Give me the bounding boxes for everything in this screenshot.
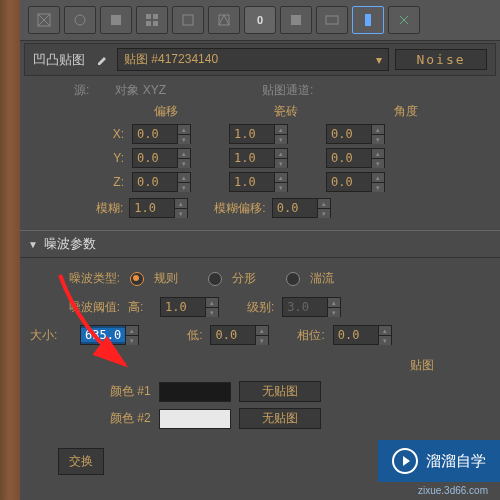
color1-label: 颜色 #1: [110, 383, 151, 400]
size-row: 大小: 635.0▴▾ 低: 0.0▴▾ 相位: 0.0▴▾: [30, 321, 490, 349]
color1-swatch[interactable]: [159, 382, 231, 402]
watermark-url: zixue.3d66.com: [418, 485, 488, 496]
source-value: 对象 XYZ: [115, 82, 166, 99]
svg-point-1: [75, 15, 85, 25]
noise-type-label: 噪波类型:: [30, 270, 120, 287]
threshold-high-row: 噪波阈值: 高: 1.0▴▾ 级别: 3.0▴▾: [30, 293, 490, 321]
noise-type-button[interactable]: Noise: [395, 49, 487, 70]
toolbar-btn-1[interactable]: [28, 6, 60, 34]
x-offset-spinner[interactable]: 0.0▴▾: [132, 124, 191, 144]
coord-row-y: Y: 0.0▴▾ 1.0▴▾ 0.0▴▾: [26, 146, 494, 170]
axis-z: Z:: [106, 175, 124, 189]
rollout-title: 凹凸贴图: [33, 51, 85, 69]
svg-rect-7: [183, 15, 193, 25]
high-spinner[interactable]: 1.0▴▾: [160, 297, 219, 317]
toolbar-btn-5[interactable]: [172, 6, 204, 34]
high-label: 高:: [128, 299, 152, 316]
color2-swatch[interactable]: [159, 409, 231, 429]
toolbar-btn-7[interactable]: [280, 6, 312, 34]
phase-spinner[interactable]: 0.0▴▾: [333, 325, 392, 345]
coords-headers: 偏移 瓷砖 角度: [26, 101, 494, 122]
blur-spinner[interactable]: 1.0▴▾: [129, 198, 188, 218]
toolbar-num[interactable]: 0: [244, 6, 276, 34]
coords-section: 源: 对象 XYZ 贴图通道: 偏移 瓷砖 角度 X: 0.0▴▾ 1.0▴▾ …: [26, 80, 494, 222]
toolbar-btn-9[interactable]: [352, 6, 384, 34]
noise-type-row: 噪波类型: 规则 分形 湍流: [30, 264, 490, 293]
blur-row: 模糊: 1.0▴▾ 模糊偏移: 0.0▴▾: [26, 194, 494, 222]
z-tile-spinner[interactable]: 1.0▴▾: [229, 172, 288, 192]
color2-map-button[interactable]: 无贴图: [239, 408, 321, 429]
svg-rect-2: [111, 15, 121, 25]
size-spinner[interactable]: 635.0▴▾: [80, 325, 139, 345]
radio-turbulence[interactable]: [286, 272, 300, 286]
map-header: 凹凸贴图 贴图 #417234140 ▾ Noise: [24, 43, 496, 76]
color2-row: 颜色 #2 无贴图: [30, 405, 490, 432]
levels-spinner: 3.0▴▾: [282, 297, 341, 317]
toolbar-btn-6[interactable]: [208, 6, 240, 34]
eyedropper-icon[interactable]: [91, 50, 111, 70]
x-tile-spinner[interactable]: 1.0▴▾: [229, 124, 288, 144]
blur-label: 模糊:: [96, 200, 123, 217]
angle-header: 角度: [376, 103, 436, 120]
map-name: 贴图 #417234140: [124, 51, 218, 68]
radio-fractal[interactable]: [208, 272, 222, 286]
toolbar-btn-8[interactable]: [316, 6, 348, 34]
radio-regular-label: 规则: [154, 270, 178, 287]
z-angle-spinner[interactable]: 0.0▴▾: [326, 172, 385, 192]
color1-row: 颜色 #1 无贴图: [30, 378, 490, 405]
play-icon: [392, 448, 418, 474]
noise-params: 噪波类型: 规则 分形 湍流 噪波阈值: 高: 1.0▴▾ 级别: 3.0▴▾ …: [20, 258, 500, 438]
color2-label: 颜色 #2: [110, 410, 151, 427]
svg-rect-8: [291, 15, 301, 25]
y-angle-spinner[interactable]: 0.0▴▾: [326, 148, 385, 168]
toolbar-btn-10[interactable]: [388, 6, 420, 34]
noise-rollout-title: 噪波参数: [44, 235, 96, 253]
rollout-arrow-icon: ▼: [28, 239, 38, 250]
offset-header: 偏移: [136, 103, 196, 120]
z-offset-spinner[interactable]: 0.0▴▾: [132, 172, 191, 192]
dropdown-arrow-icon: ▾: [376, 53, 382, 67]
watermark: 溜溜自学: [378, 440, 500, 482]
levels-label: 级别:: [247, 299, 274, 316]
low-spinner[interactable]: 0.0▴▾: [210, 325, 269, 345]
radio-turbulence-label: 湍流: [310, 270, 334, 287]
source-label: 源:: [74, 82, 89, 99]
coord-row-z: Z: 0.0▴▾ 1.0▴▾ 0.0▴▾: [26, 170, 494, 194]
svg-rect-5: [146, 21, 151, 26]
color-map-section: 贴图 颜色 #1 无贴图 颜色 #2 无贴图: [30, 357, 490, 432]
svg-rect-3: [146, 14, 151, 19]
toolbar-btn-4[interactable]: [136, 6, 168, 34]
toolbar: 0: [20, 0, 500, 41]
axis-y: Y:: [106, 151, 124, 165]
channel-label: 贴图通道:: [262, 82, 313, 99]
map-column-label: 贴图: [30, 357, 490, 378]
coord-row-x: X: 0.0▴▾ 1.0▴▾ 0.0▴▾: [26, 122, 494, 146]
svg-rect-4: [153, 14, 158, 19]
toolbar-btn-3[interactable]: [100, 6, 132, 34]
svg-rect-9: [326, 16, 338, 24]
svg-rect-6: [153, 21, 158, 26]
noise-rollout-header[interactable]: ▼ 噪波参数: [20, 230, 500, 258]
color1-map-button[interactable]: 无贴图: [239, 381, 321, 402]
x-angle-spinner[interactable]: 0.0▴▾: [326, 124, 385, 144]
swap-button[interactable]: 交换: [58, 448, 104, 475]
threshold-label: 噪波阈值:: [30, 299, 120, 316]
y-offset-spinner[interactable]: 0.0▴▾: [132, 148, 191, 168]
bluroffset-spinner[interactable]: 0.0▴▾: [272, 198, 331, 218]
bluroffset-label: 模糊偏移:: [214, 200, 265, 217]
toolbar-btn-2[interactable]: [64, 6, 96, 34]
radio-fractal-label: 分形: [232, 270, 256, 287]
map-dropdown[interactable]: 贴图 #417234140 ▾: [117, 48, 389, 71]
watermark-text: 溜溜自学: [426, 452, 486, 471]
y-tile-spinner[interactable]: 1.0▴▾: [229, 148, 288, 168]
radio-regular[interactable]: [130, 272, 144, 286]
low-label: 低:: [187, 327, 202, 344]
tile-header: 瓷砖: [256, 103, 316, 120]
svg-rect-10: [365, 14, 371, 26]
axis-x: X:: [106, 127, 124, 141]
size-label: 大小:: [30, 327, 72, 344]
phase-label: 相位:: [297, 327, 324, 344]
